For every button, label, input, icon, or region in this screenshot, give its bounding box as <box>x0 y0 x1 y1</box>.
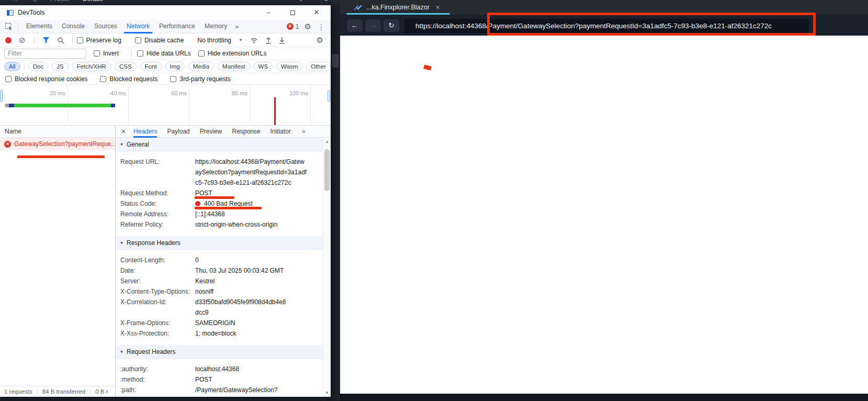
tick-label: 80 ms <box>219 90 247 96</box>
minimize-button[interactable]: – <box>260 5 277 20</box>
forward-button[interactable]: → <box>365 19 381 32</box>
browser-tab-title: ...ka.Finxplorer.Blazor <box>366 4 430 11</box>
reload-button[interactable]: ↻ <box>384 19 399 32</box>
request-row[interactable]: ✕ GatewaySelection?paymentReque... <box>0 138 115 150</box>
header-row: X-Content-Type-Options: nosniff <box>116 286 323 297</box>
invert-checkbox[interactable]: Invert <box>94 50 119 57</box>
tab-close-icon[interactable]: ✕ <box>435 4 440 11</box>
overview-right-handle[interactable] <box>328 90 330 102</box>
background-scrollbar-thumb[interactable] <box>332 54 339 68</box>
blocked-requests-checkbox[interactable]: Blocked requests <box>100 75 157 83</box>
chip-wasm[interactable]: Wasm <box>276 62 302 71</box>
blocked-response-cookies-checkbox[interactable]: Blocked response cookies <box>5 75 87 83</box>
general-section-header[interactable]: ▾ General <box>116 138 323 151</box>
request-waterfall-bar[interactable] <box>5 104 115 107</box>
throttling-dropdown[interactable]: No throttling ▼ <box>197 37 243 44</box>
tab-memory[interactable]: Memory <box>200 20 232 34</box>
error-count: 1 <box>296 23 299 30</box>
transferred-size: 84 B transferred <box>42 388 85 395</box>
name-column-header[interactable]: Name <box>0 126 115 138</box>
hide-data-urls-checkbox[interactable]: Hide data URLs <box>137 50 191 57</box>
tab-payload[interactable]: Payload <box>167 126 189 138</box>
chip-all[interactable]: All <box>4 62 20 71</box>
filter-input[interactable] <box>4 49 86 59</box>
background-window-strip: ✕ ◇ Profile: Default ⌄ ⚙ <box>0 0 340 5</box>
error-badge[interactable]: ✕ 1 <box>287 23 305 30</box>
collapse-caret-icon: ▾ <box>120 141 123 147</box>
filter-row: Invert Hide data URLs Hide extension URL… <box>0 47 331 60</box>
tab-initiator[interactable]: Initiator <box>270 126 291 138</box>
more-details-tabs-icon[interactable]: » <box>302 128 306 135</box>
more-tabs-icon[interactable]: » <box>232 23 242 30</box>
chip-css[interactable]: CSS <box>115 62 137 71</box>
close-icon[interactable]: ✕ <box>13 0 18 3</box>
gridline <box>250 85 250 125</box>
chip-doc[interactable]: Doc <box>28 62 48 71</box>
tab-network[interactable]: Network <box>122 20 154 34</box>
chevron-down-icon[interactable]: ⌄ <box>298 0 303 3</box>
collapse-caret-icon: ▾ <box>120 240 123 246</box>
tick-label: 60 ms <box>159 90 187 96</box>
back-button[interactable]: ← <box>347 19 363 32</box>
browser-tab[interactable]: ...ka.Finxplorer.Blazor ✕ <box>346 0 450 15</box>
search-icon[interactable] <box>57 37 64 44</box>
scroll-down-icon[interactable]: ▼ <box>323 391 331 395</box>
checkbox-icon <box>94 50 100 57</box>
divider <box>131 49 132 58</box>
settings-gear-icon[interactable]: ⚙ <box>305 22 311 31</box>
gear-icon[interactable]: ⚙ <box>323 0 329 3</box>
import-har-icon[interactable] <box>265 37 272 44</box>
details-scrollbar[interactable]: ▲ ▼ <box>323 138 331 397</box>
third-party-requests-checkbox[interactable]: 3rd-party requests <box>170 75 230 83</box>
checkbox-icon <box>100 76 106 82</box>
record-icon[interactable] <box>5 37 12 43</box>
network-settings-gear-icon[interactable]: ⚙ <box>317 36 323 45</box>
tab-console[interactable]: Console <box>57 20 89 34</box>
tab-headers[interactable]: Headers <box>133 126 157 138</box>
close-details-icon[interactable]: ✕ <box>121 128 126 135</box>
close-button[interactable]: ✕ <box>308 5 325 20</box>
tab-elements[interactable]: Elements <box>21 20 57 34</box>
devtools-window-title: DevTools <box>18 9 44 16</box>
scrollbar-thumb[interactable] <box>324 149 330 191</box>
overview-left-handle[interactable] <box>0 90 3 102</box>
tab-response[interactable]: Response <box>232 126 260 138</box>
chip-manifest[interactable]: Manifest <box>218 62 250 71</box>
chip-media[interactable]: Media <box>188 62 214 71</box>
annotation-underline-request <box>17 155 105 158</box>
annotation-underline-method <box>195 196 234 199</box>
browser-page-content <box>340 36 868 394</box>
request-headers-section-header[interactable]: ▾ Request Headers <box>116 345 323 359</box>
maximize-button[interactable] <box>284 5 301 20</box>
chip-font[interactable]: Font <box>140 62 162 71</box>
disable-cache-checkbox[interactable]: Disable cache <box>135 37 184 44</box>
header-row: Content-Length: 0 <box>116 255 323 265</box>
scroll-up-icon[interactable]: ▲ <box>323 139 331 144</box>
export-har-icon[interactable] <box>279 37 285 44</box>
response-headers-section-header[interactable]: ▾ Response Headers <box>116 236 323 250</box>
hide-extension-urls-checkbox[interactable]: Hide extension URLs <box>198 50 267 57</box>
chip-ws[interactable]: WS <box>254 62 273 71</box>
filter-funnel-icon[interactable] <box>42 37 50 43</box>
chip-img[interactable]: Img <box>165 62 185 71</box>
chip-fetch-xhr[interactable]: Fetch/XHR <box>72 62 111 71</box>
chip-js[interactable]: JS <box>52 62 68 71</box>
clear-icon[interactable]: ⊘ <box>19 36 26 44</box>
network-conditions-icon[interactable] <box>250 37 258 43</box>
inspect-element-icon[interactable] <box>4 23 14 31</box>
tab-sources[interactable]: Sources <box>89 20 122 34</box>
tab-performance[interactable]: Performance <box>154 20 200 34</box>
chip-other[interactable]: Other <box>306 62 331 71</box>
annotation-red-box-url <box>487 13 816 36</box>
tab-preview[interactable]: Preview <box>200 126 222 138</box>
diamond-icon: ◇ <box>32 0 37 3</box>
header-row: Remote Address: [::1]:44368 <box>116 209 323 219</box>
preserve-log-checkbox[interactable]: Preserve log <box>77 37 121 44</box>
checkbox-icon <box>198 50 205 57</box>
header-row: X-Correlation-Id: d33f50bafd9045fe9f908d… <box>116 297 323 318</box>
checkbox-icon <box>137 50 143 57</box>
divider <box>37 388 38 395</box>
profile-value[interactable]: Default <box>83 0 103 3</box>
network-overview-timeline[interactable]: 20 ms 40 ms 60 ms 80 ms 100 ms <box>0 85 331 126</box>
kebab-menu-icon[interactable]: ⋮ <box>318 23 325 31</box>
